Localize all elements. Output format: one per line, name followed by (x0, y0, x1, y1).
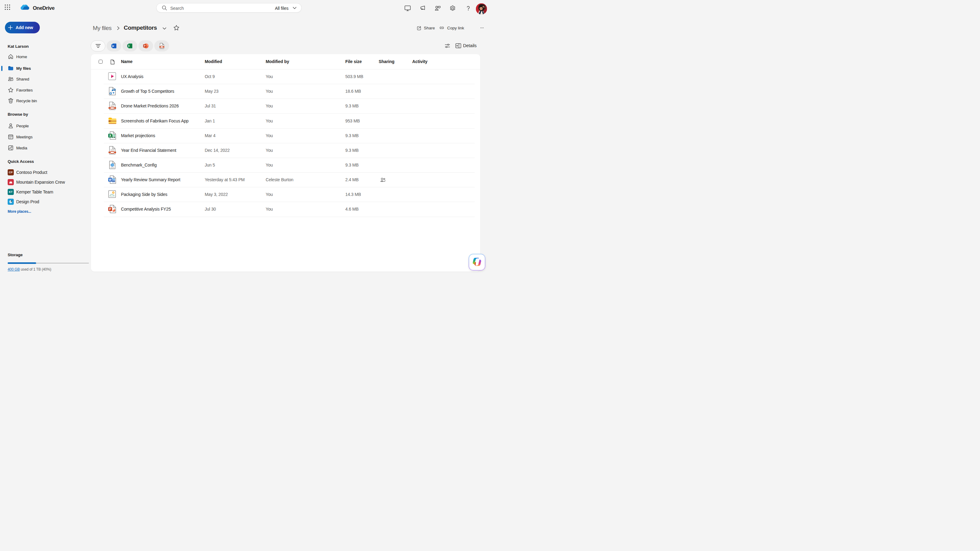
svg-text:W: W (112, 45, 114, 48)
svg-text:X: X (128, 44, 130, 48)
svg-text:P: P (144, 44, 146, 48)
